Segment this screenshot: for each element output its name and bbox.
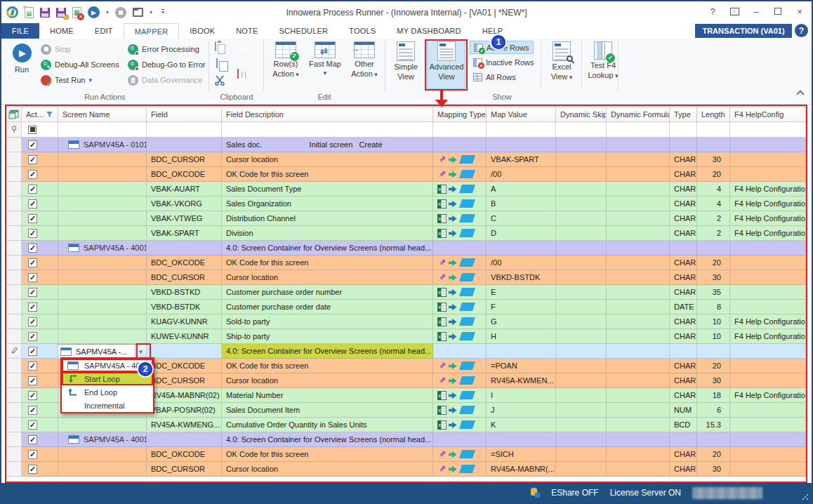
f4-helpconfig-cell[interactable]	[730, 462, 806, 477]
simple-view-button[interactable]: Simple View	[388, 39, 424, 81]
table-row[interactable]: SAPMV45A - 4001 4.0: Screen Container fo…	[6, 432, 806, 447]
close-icon[interactable]: ×	[793, 5, 806, 18]
active-cell[interactable]	[22, 300, 58, 314]
debug-goto-error-button[interactable]: Debug-Go to Error	[128, 58, 205, 72]
ribbon-tab[interactable]: FILE	[1, 23, 39, 39]
filter-active-cell[interactable]	[22, 122, 58, 138]
field-description-cell[interactable]: OK Code for this screen	[222, 359, 433, 373]
dynamic-formula-cell[interactable]	[607, 270, 670, 285]
row-checkbox[interactable]	[28, 391, 37, 400]
column-header-screen-name[interactable]: Screen Name	[58, 107, 147, 122]
mapping-type-cell[interactable]: x	[433, 314, 487, 329]
field-cell[interactable]: BDC_CURSOR	[147, 270, 222, 285]
mapping-type-cell[interactable]: x	[433, 373, 487, 388]
dynamic-skip-cell[interactable]	[556, 285, 607, 300]
dynamic-skip-cell[interactable]	[556, 226, 607, 241]
field-cell[interactable]: RV45A-KWMENG...	[147, 418, 222, 432]
field-description-cell[interactable]: Cursor location	[222, 373, 433, 388]
field-description-cell[interactable]: Sales Document Item	[222, 403, 433, 418]
row-checkbox[interactable]	[28, 347, 37, 356]
f4-helpconfig-cell[interactable]: F4 Help Configuration	[730, 211, 806, 226]
field-description-cell[interactable]: Sales Document Type	[222, 182, 433, 197]
dynamic-formula-cell[interactable]	[607, 182, 670, 197]
field-description-cell[interactable]: Cumulative Order Quantity in Sales Units	[222, 418, 433, 432]
mapping-type-cell[interactable]: x	[433, 403, 487, 418]
row-checkbox[interactable]	[28, 155, 37, 164]
map-value-cell[interactable]: VBKD-BSTDK	[487, 270, 556, 285]
active-cell[interactable]	[22, 359, 58, 373]
field-description-cell[interactable]: Distribution Channel	[222, 211, 433, 226]
field-cell[interactable]: VBKD-BSTKD	[147, 285, 222, 300]
dynamic-formula-cell[interactable]	[607, 241, 670, 256]
active-cell[interactable]	[22, 167, 58, 182]
screen-name-cell[interactable]	[58, 256, 147, 270]
field-description-cell[interactable]: Cursor location	[222, 270, 433, 285]
map-value-cell[interactable]: /00	[487, 167, 556, 182]
row-checkbox[interactable]	[28, 376, 37, 385]
mapping-type-cell[interactable]: x	[433, 256, 487, 270]
copy-icon[interactable]	[216, 58, 218, 68]
active-cell[interactable]	[22, 329, 58, 344]
dynamic-formula-cell[interactable]	[607, 167, 670, 182]
dynamic-formula-cell[interactable]	[607, 256, 670, 270]
dynamic-skip-cell[interactable]	[556, 182, 607, 197]
dynamic-skip-cell[interactable]	[556, 211, 607, 226]
table-row[interactable]: KUWEV-KUNNR Ship-to party x H CHAR 10 F4…	[6, 329, 806, 344]
f4-helpconfig-cell[interactable]	[730, 344, 806, 359]
mapping-type-cell[interactable]: x	[433, 182, 487, 197]
field-cell[interactable]: KUWEV-KUNNR	[147, 329, 222, 344]
active-cell[interactable]	[22, 373, 58, 388]
error-processing-button[interactable]: Error Processing	[128, 42, 199, 56]
ribbon-tab[interactable]: TOOLS	[338, 23, 386, 39]
field-description-cell[interactable]: OK Code for this screen	[222, 256, 433, 270]
dynamic-skip-cell[interactable]	[556, 241, 607, 256]
ribbon-tab[interactable]: EDIT	[84, 23, 124, 39]
mapping-type-cell[interactable]: x	[433, 211, 487, 226]
map-value-cell[interactable]: G	[487, 314, 556, 329]
table-row[interactable]: SAPMV45A - 0101 Sales doc. Initial scree…	[6, 138, 806, 152]
dynamic-skip-cell[interactable]	[556, 344, 607, 359]
maximize-icon[interactable]	[772, 5, 784, 18]
map-value-cell[interactable]	[487, 432, 556, 447]
mapping-type-cell[interactable]: x	[433, 329, 487, 344]
table-row[interactable]: SAPMV45A -... 4.0: Screen Container for …	[6, 344, 806, 359]
row-checkbox[interactable]	[28, 317, 37, 326]
f4-helpconfig-cell[interactable]	[730, 359, 806, 373]
active-cell[interactable]	[22, 256, 58, 270]
table-row[interactable]: SAPMV45A - 4001 4.0: Screen Container fo…	[6, 241, 806, 256]
excel-view-button[interactable]: Excel View	[545, 39, 579, 81]
dynamic-formula-cell[interactable]	[607, 329, 670, 344]
active-cell[interactable]	[22, 211, 58, 226]
active-cell[interactable]	[22, 462, 58, 477]
table-row[interactable]: BDC_CURSOR Cursor location x VBAK-SPART …	[6, 152, 806, 167]
map-value-cell[interactable]: K	[487, 418, 556, 432]
run-dropdown-caret[interactable]: ▾	[106, 9, 109, 15]
row-checkbox[interactable]	[28, 303, 37, 312]
field-cell[interactable]: VBAK-VKORG	[147, 197, 222, 211]
dynamic-formula-cell[interactable]	[607, 197, 670, 211]
test-run-button[interactable]: ✓ Test Run ▾	[41, 73, 92, 87]
field-cell[interactable]: KUAGV-KUNNR	[147, 314, 222, 329]
field-description-cell[interactable]: Customer purchase order number	[222, 285, 433, 300]
combo-dropdown-button[interactable]	[135, 345, 146, 358]
screen-name-cell[interactable]	[58, 182, 147, 197]
row-checkbox[interactable]	[28, 450, 37, 459]
minimize-icon[interactable]: –	[750, 5, 762, 18]
f4-helpconfig-cell[interactable]: F4 Help Configuration	[730, 226, 806, 241]
field-description-cell[interactable]: Customer purchase order date	[222, 300, 433, 314]
ribbon-tab[interactable]: IBOOK	[179, 23, 225, 39]
dynamic-skip-cell[interactable]	[556, 138, 607, 152]
table-row[interactable]: VBAK-VTWEG Distribution Channel x C CHAR…	[6, 211, 806, 226]
active-cell[interactable]	[22, 432, 58, 447]
dynamic-formula-cell[interactable]	[607, 226, 670, 241]
ribbon-tab[interactable]: MAPPER	[124, 23, 180, 39]
table-row[interactable]: RV45A-KWMENG... Cumulative Order Quantit…	[6, 418, 806, 432]
dynamic-skip-cell[interactable]	[556, 167, 607, 182]
dynamic-formula-cell[interactable]	[607, 388, 670, 403]
table-row[interactable]: BDC_OKCODE OK Code for this screen x =SI…	[6, 447, 806, 462]
dropdown-item[interactable]: End Loop	[62, 385, 153, 399]
save-icon[interactable]	[40, 8, 50, 18]
dynamic-formula-cell[interactable]	[607, 373, 670, 388]
active-cell[interactable]	[22, 285, 58, 300]
dynamic-formula-cell[interactable]	[607, 344, 670, 359]
